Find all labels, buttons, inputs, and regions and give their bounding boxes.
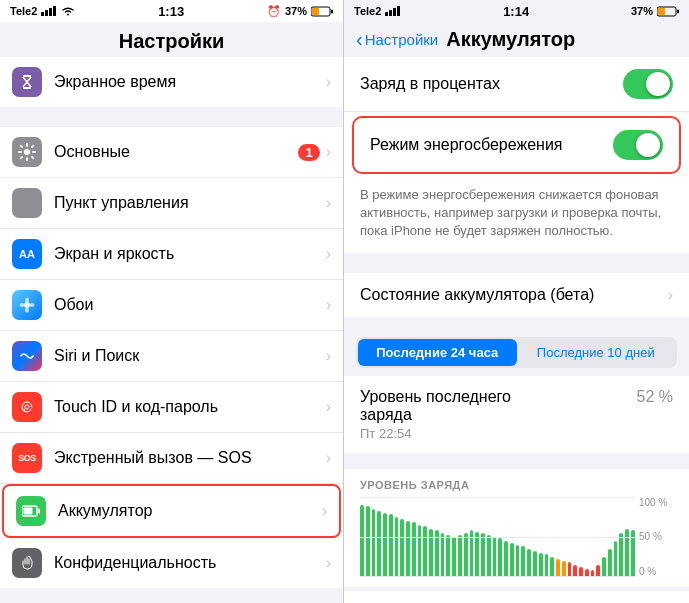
chart-bar [602,557,606,577]
chart-bar [441,533,445,577]
back-button[interactable]: ‹ Настройки [356,28,438,51]
section-main: Основные 1 › Пункт управления › AA Экран… [0,127,343,588]
svg-point-10 [24,149,30,155]
svg-rect-8 [23,75,31,77]
item-control-center[interactable]: Пункт управления › [0,178,343,229]
right-status-bar: Tele2 1:14 37% [344,0,689,22]
left-carrier: Tele2 [10,5,37,17]
chart-bar [470,530,474,576]
siri-wave-icon [20,349,34,363]
svg-rect-6 [312,8,319,15]
right-signal-icon [385,6,401,16]
settings-list: Экранное время › Основные 1 › [0,57,343,603]
general-label: Основные [54,143,298,161]
fingerprint-icon [19,399,35,415]
toggle-thumb [646,72,670,96]
svg-point-11 [24,302,30,308]
display-icon: AA [12,239,42,269]
chart-bar [464,533,468,577]
left-status-left: Tele2 [10,5,75,17]
siri-label: Siri и Поиск [54,347,326,365]
chevron-general: › [326,143,331,161]
chart-bar [591,570,595,576]
wallpaper-label: Обои [54,296,326,314]
svg-rect-0 [41,12,44,16]
chart-bar [406,521,410,577]
energy-mode-row: Режим энергосбережения [354,118,679,172]
time-tabs: Последние 24 часа Последние 10 дней [356,337,677,368]
item-siri[interactable]: Siri и Поиск › [0,331,343,382]
svg-point-13 [25,308,29,313]
chevron-control: › [326,194,331,212]
right-battery-icon [657,6,679,17]
item-general[interactable]: Основные 1 › [0,127,343,178]
tab-24h[interactable]: Последние 24 часа [358,339,517,366]
chevron-siri: › [326,347,331,365]
svg-rect-24 [389,10,392,16]
section-screen-time: Экранное время › [0,57,343,107]
battery-status-row[interactable]: Состояние аккумулятора (бета) › [344,273,689,317]
energy-mode-toggle[interactable] [613,130,663,160]
chart-bar [625,529,629,577]
right-status-left: Tele2 [354,5,401,17]
svg-rect-3 [53,6,56,16]
chart-bar [423,526,427,576]
chart-bar [527,549,531,577]
chart-bar [383,513,387,577]
battery-label: Аккумулятор [58,502,322,520]
item-wallpaper[interactable]: Обои › [0,280,343,331]
right-carrier: Tele2 [354,5,381,17]
svg-rect-2 [49,8,52,16]
flower-icon [19,297,35,313]
chart-bar [493,537,497,577]
svg-rect-29 [677,9,679,13]
left-nav-header: Настройки [0,22,343,57]
gear-icon [18,143,36,161]
chevron-wallpaper: › [326,296,331,314]
chart-bar [487,535,491,577]
svg-rect-1 [45,10,48,16]
section-charge-chart: УРОВЕНЬ ЗАРЯДА 100 % 50 % 0 % [344,469,689,587]
battery-status-label: Состояние аккумулятора (бета) [360,286,668,304]
left-title: Настройки [119,30,225,52]
last-charge-value: 52 % [637,388,673,406]
chart-bar [360,505,364,577]
chart-wrapper: 100 % 50 % 0 % [360,497,673,577]
item-touchid[interactable]: Touch ID и код-пароль › [0,382,343,433]
svg-rect-7 [331,9,333,13]
chart-bar [516,545,520,577]
chart-bar [539,553,543,577]
control-label: Пункт управления [54,194,326,212]
chart-label-0: 0 % [639,566,673,577]
item-sos[interactable]: SOS Экстренный вызов — SOS › [0,433,343,484]
charge-percent-toggle[interactable] [623,69,673,99]
chart-bar [395,517,399,577]
touchid-label: Touch ID и код-пароль [54,398,326,416]
right-title: Аккумулятор [446,28,575,51]
chart-bar [458,535,462,577]
chart-bar [556,559,560,577]
chart-bar [418,525,422,577]
item-screen-time[interactable]: Экранное время › [0,57,343,107]
item-privacy[interactable]: Конфиденциальность › [0,538,343,588]
chart-bar [429,529,433,577]
sos-label: Экстренный вызов — SOS [54,449,326,467]
right-nav-header: ‹ Настройки Аккумулятор [344,22,689,57]
item-battery[interactable]: Аккумулятор › [2,484,341,538]
battery-icon [311,6,333,17]
chart-bar [545,554,549,576]
siri-icon [12,341,42,371]
item-display[interactable]: AA Экран и яркость › [0,229,343,280]
chevron-sos: › [326,449,331,467]
chart-bar [562,561,566,577]
tab-10d[interactable]: Последние 10 дней [517,339,676,366]
chevron-privacy: › [326,554,331,572]
chart-bar [631,530,635,576]
chart-bar [377,511,381,577]
last-charge-time: Пт 22:54 [360,426,511,441]
alarm-icon: ⏰ [267,5,281,18]
touchid-icon [12,392,42,422]
display-label: Экран и яркость [54,245,326,263]
energy-description: В режиме энергосбережения снижается фоно… [344,178,689,253]
back-chevron-icon: ‹ [356,28,363,51]
